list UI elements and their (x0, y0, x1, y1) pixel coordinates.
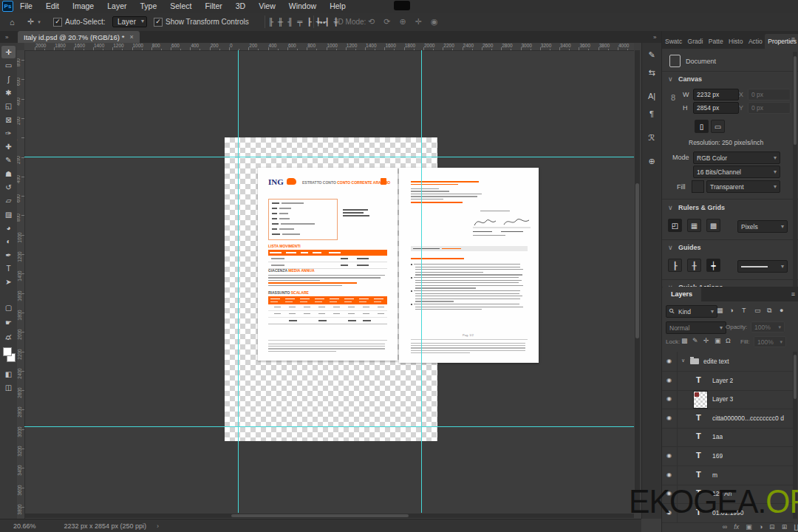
layer-name[interactable]: citta000000...cccccccc0 d (712, 415, 784, 422)
document-page-2[interactable]: Pag. 1/2 (399, 168, 539, 363)
clone-source-panel-icon[interactable]: ⇆ (644, 65, 659, 80)
horizontal-scrollbar[interactable] (24, 514, 634, 518)
x-field[interactable]: 0 px (748, 89, 791, 100)
menu-3d[interactable]: 3D (229, 0, 252, 13)
layer-name[interactable]: edite text (703, 358, 729, 365)
new-adjustment-layer-icon[interactable]: ◑ (759, 523, 763, 531)
filter-adjustment-layers-icon[interactable]: ◑ (729, 307, 733, 314)
toggle-transparency-grid-icon[interactable]: ▩ (706, 219, 720, 232)
move-tool[interactable]: ✛ (1, 46, 16, 58)
blur-tool[interactable]: ◕ (1, 222, 16, 234)
guide-layout-icon[interactable]: ╂ (687, 259, 701, 272)
crop-tool[interactable]: ◱ (1, 100, 16, 112)
layers-scrollbar-thumb[interactable] (794, 355, 797, 399)
height-field[interactable]: 2854 px (693, 102, 739, 114)
horizontal-guide[interactable] (24, 426, 634, 427)
history-brush-tool[interactable]: ↺ (1, 181, 16, 194)
dock-collapse-icon[interactable]: » (653, 34, 655, 41)
gradient-tool[interactable]: ▨ (1, 208, 16, 221)
filter-pixel-layers-icon[interactable]: ▦ (717, 307, 723, 314)
blend-mode-dropdown[interactable]: Normal (666, 321, 726, 334)
tool-preset[interactable]: ✛ ▾ (24, 13, 41, 31)
home-button[interactable]: ⌂ (6, 13, 18, 31)
canvas-area[interactable]: 2000180016001400120010008006004002000200… (17, 43, 641, 519)
3d-orbit-icon[interactable]: ⟲ (368, 17, 375, 27)
width-field[interactable]: 2232 px (693, 89, 739, 100)
healing-brush-tool[interactable]: ✚ (1, 140, 16, 153)
properties-scrollbar-thumb[interactable] (794, 56, 797, 145)
vertical-guide[interactable] (238, 50, 239, 513)
menu-view[interactable]: View (252, 0, 282, 13)
menu-file[interactable]: File (13, 0, 39, 13)
layer-row[interactable]: ◉T169 (662, 446, 794, 466)
pasteboard[interactable]: INGESTRATTO CONTO CONTO CORRENTE ARANCIO… (24, 50, 634, 513)
chevron-expanded-icon[interactable]: ∨ (668, 244, 673, 251)
menu-edit[interactable]: Edit (39, 0, 66, 13)
auto-select-toggle[interactable]: ✓ Auto-Select: (53, 13, 105, 31)
menu-layer[interactable]: Layer (100, 0, 133, 13)
zoom-level[interactable]: 20.66% (13, 522, 36, 530)
show-transform-toggle[interactable]: ✓ Show Transform Controls (154, 13, 249, 31)
align-horizontal-centers-icon[interactable]: ╫ (278, 18, 283, 26)
hand-tool[interactable]: ☛ (1, 316, 16, 329)
pen-tool[interactable]: ✒ (1, 249, 16, 262)
history-panel-icon[interactable]: ✎ (644, 47, 659, 62)
libraries-panel-icon[interactable]: ⊕ (644, 154, 659, 168)
layers-tab[interactable]: Layers (662, 287, 701, 301)
chevron-expanded-icon[interactable]: ∨ (668, 204, 673, 211)
marquee-tool[interactable]: ▭ (1, 59, 16, 72)
fill-swatch[interactable] (692, 180, 704, 193)
align-left-edges-icon[interactable]: ╟ (268, 18, 273, 26)
panel-menu-icon[interactable]: ≡ (791, 35, 795, 43)
foreground-color-swatch[interactable] (3, 347, 12, 356)
layer-row[interactable]: ◉TLayer 2 (662, 371, 794, 391)
layers-panel-menu-icon[interactable]: ≡ (791, 290, 795, 298)
color-mode-dropdown[interactable]: RGB Color (693, 151, 780, 164)
tab-close-icon[interactable]: × (129, 33, 133, 41)
toggle-rulers-icon[interactable]: ◰ (668, 219, 682, 232)
menu-type[interactable]: Type (133, 0, 163, 13)
type-tool[interactable]: T (1, 262, 16, 275)
panel-tab-swatc[interactable]: Swatc (662, 34, 685, 49)
layer-row[interactable]: ◉Layer 3 (662, 389, 794, 409)
chevron-expanded-icon[interactable]: ∨ (668, 75, 673, 83)
auto-select-target-dropdown[interactable]: Layer (112, 13, 147, 31)
guides-header[interactable]: Guides (678, 244, 701, 251)
shape-tool[interactable]: ▢ (1, 301, 16, 314)
bit-depth-dropdown[interactable]: 16 Bits/Channel (693, 166, 780, 178)
quick-mask-button[interactable]: ◧ (1, 368, 16, 381)
toggle-grid-icon[interactable]: ▦ (687, 219, 701, 232)
align-top-edges-icon[interactable]: ╤ (297, 18, 302, 26)
status-chevron-icon[interactable]: › (157, 522, 159, 530)
layer-name[interactable]: Layer 3 (712, 395, 733, 403)
orientation-portrait-button[interactable]: ▯ (695, 120, 709, 133)
align-right-edges-icon[interactable]: ╢ (287, 18, 293, 26)
horizontal-scrollbar-thumb[interactable] (231, 514, 409, 517)
orientation-landscape-button[interactable]: ▭ (711, 120, 725, 133)
add-layer-mask-icon[interactable]: ▣ (746, 523, 752, 531)
filter-shape-layers-icon[interactable]: ▭ (754, 307, 761, 314)
layer-name[interactable]: 1aa (712, 433, 723, 440)
visibility-toggle[interactable] (662, 427, 678, 446)
3d-slide-icon[interactable]: ✛ (415, 17, 422, 27)
character-panel-icon[interactable]: A| (644, 89, 659, 103)
fill-dropdown[interactable]: Transparent (706, 180, 780, 193)
canvas-section-header[interactable]: Canvas (678, 75, 702, 83)
new-group-icon[interactable]: ⊟ (769, 523, 775, 531)
toolbar-collapse-icon[interactable]: » (5, 34, 7, 41)
layer-name[interactable]: 169 (712, 452, 723, 460)
opacity-field[interactable]: 100%▾ (751, 321, 785, 332)
3d-camera-icon[interactable]: ◉ (431, 17, 438, 27)
clone-stamp-tool[interactable]: ☗ (1, 168, 16, 180)
frame-tool[interactable]: ⊠ (1, 114, 16, 126)
layer-filter-dropdown[interactable]: ⚲ Kind (666, 305, 717, 318)
layer-row[interactable]: ◉∨edite text (662, 352, 794, 372)
y-field[interactable]: 0 px (748, 102, 791, 114)
guide-style-dropdown[interactable] (737, 260, 788, 273)
filter-type-layers-icon[interactable]: T (742, 307, 746, 314)
menu-image[interactable]: Image (66, 0, 100, 13)
panel-tab-gradi[interactable]: Gradi (685, 34, 706, 49)
dodge-tool[interactable]: ◐ (1, 235, 16, 248)
lock-transparency-icon[interactable]: ▩ (681, 337, 688, 344)
more-options-button[interactable]: ••• (313, 13, 330, 31)
